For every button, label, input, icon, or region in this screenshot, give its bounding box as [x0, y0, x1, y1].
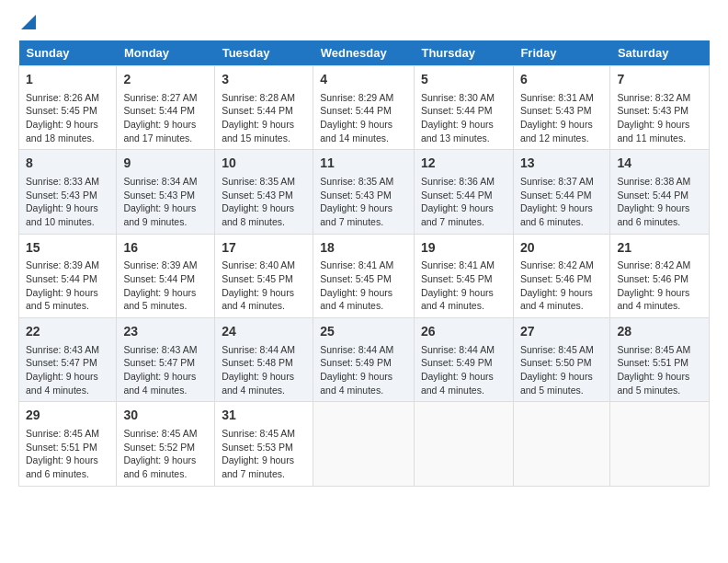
calendar-cell: 2Sunrise: 8:27 AM Sunset: 5:44 PM Daylig…: [117, 66, 215, 150]
day-number: 21: [617, 239, 702, 258]
calendar-header-sunday: Sunday: [19, 40, 117, 66]
calendar-cell: 21Sunrise: 8:42 AM Sunset: 5:46 PM Dayli…: [610, 234, 710, 317]
calendar-cell: 26Sunrise: 8:44 AM Sunset: 5:49 PM Dayli…: [414, 318, 513, 402]
calendar-header-tuesday: Tuesday: [215, 40, 313, 66]
calendar-cell: 28Sunrise: 8:45 AM Sunset: 5:51 PM Dayli…: [610, 318, 710, 402]
calendar-cell: 13Sunrise: 8:37 AM Sunset: 5:44 PM Dayli…: [513, 150, 610, 234]
calendar-header-saturday: Saturday: [610, 40, 710, 66]
day-number: 31: [222, 407, 306, 425]
day-number: 17: [222, 239, 306, 258]
day-number: 7: [617, 71, 702, 89]
day-number: 13: [520, 155, 604, 173]
calendar-cell: 30Sunrise: 8:45 AM Sunset: 5:52 PM Dayli…: [117, 402, 215, 486]
day-number: 4: [320, 71, 407, 89]
calendar-cell: 31Sunrise: 8:45 AM Sunset: 5:53 PM Dayli…: [215, 402, 313, 486]
calendar-cell: 29Sunrise: 8:45 AM Sunset: 5:51 PM Dayli…: [19, 402, 117, 486]
calendar-cell: 19Sunrise: 8:41 AM Sunset: 5:45 PM Dayli…: [414, 234, 513, 317]
calendar-cell: 11Sunrise: 8:35 AM Sunset: 5:43 PM Dayli…: [313, 150, 415, 234]
calendar-cell: 8Sunrise: 8:33 AM Sunset: 5:43 PM Daylig…: [19, 150, 117, 234]
calendar-cell: 25Sunrise: 8:44 AM Sunset: 5:49 PM Dayli…: [313, 318, 415, 402]
day-number: 2: [123, 71, 208, 89]
day-number: 28: [617, 323, 702, 341]
calendar-header-row: SundayMondayTuesdayWednesdayThursdayFrid…: [19, 40, 710, 66]
calendar-cell: [414, 402, 513, 486]
calendar-week-row: 15Sunrise: 8:39 AM Sunset: 5:44 PM Dayli…: [19, 234, 710, 317]
calendar-cell: 18Sunrise: 8:41 AM Sunset: 5:45 PM Dayli…: [313, 234, 415, 317]
calendar-cell: 20Sunrise: 8:42 AM Sunset: 5:46 PM Dayli…: [513, 234, 610, 317]
calendar-cell: 24Sunrise: 8:44 AM Sunset: 5:48 PM Dayli…: [215, 318, 313, 402]
calendar-cell: 23Sunrise: 8:43 AM Sunset: 5:47 PM Dayli…: [117, 318, 215, 402]
calendar-cell: 6Sunrise: 8:31 AM Sunset: 5:43 PM Daylig…: [513, 66, 610, 150]
calendar-cell: [313, 402, 415, 486]
logo-triangle-icon: [21, 15, 36, 29]
day-number: 30: [123, 407, 208, 425]
day-number: 6: [520, 71, 604, 89]
calendar-header-wednesday: Wednesday: [313, 40, 415, 66]
calendar-week-row: 29Sunrise: 8:45 AM Sunset: 5:51 PM Dayli…: [19, 402, 710, 486]
day-number: 14: [617, 155, 702, 173]
calendar-cell: 22Sunrise: 8:43 AM Sunset: 5:47 PM Dayli…: [19, 318, 117, 402]
day-number: 10: [222, 155, 306, 173]
day-number: 29: [26, 407, 109, 425]
day-number: 15: [26, 239, 109, 258]
day-number: 9: [123, 155, 208, 173]
calendar-table: SundayMondayTuesdayWednesdayThursdayFrid…: [18, 40, 710, 487]
calendar-cell: 9Sunrise: 8:34 AM Sunset: 5:43 PM Daylig…: [117, 150, 215, 234]
calendar-week-row: 22Sunrise: 8:43 AM Sunset: 5:47 PM Dayli…: [19, 318, 710, 402]
calendar-cell: 17Sunrise: 8:40 AM Sunset: 5:45 PM Dayli…: [215, 234, 313, 317]
calendar-cell: [513, 402, 610, 486]
calendar-cell: 12Sunrise: 8:36 AM Sunset: 5:44 PM Dayli…: [414, 150, 513, 234]
day-number: 22: [26, 323, 109, 341]
calendar-week-row: 1Sunrise: 8:26 AM Sunset: 5:45 PM Daylig…: [19, 66, 710, 150]
calendar-header-thursday: Thursday: [414, 40, 513, 66]
day-number: 1: [26, 71, 109, 89]
calendar-cell: 4Sunrise: 8:29 AM Sunset: 5:44 PM Daylig…: [313, 66, 415, 150]
day-number: 27: [520, 323, 604, 341]
day-number: 12: [421, 155, 506, 173]
calendar-cell: [610, 402, 710, 486]
svg-marker-0: [21, 15, 36, 29]
calendar-cell: 7Sunrise: 8:32 AM Sunset: 5:43 PM Daylig…: [610, 66, 710, 150]
day-number: 26: [421, 323, 506, 341]
calendar-header-monday: Monday: [117, 40, 215, 66]
calendar-body: 1Sunrise: 8:26 AM Sunset: 5:45 PM Daylig…: [19, 66, 710, 487]
calendar-cell: 27Sunrise: 8:45 AM Sunset: 5:50 PM Dayli…: [513, 318, 610, 402]
day-number: 18: [320, 239, 407, 258]
calendar-cell: 16Sunrise: 8:39 AM Sunset: 5:44 PM Dayli…: [117, 234, 215, 317]
page-header: [18, 15, 710, 33]
calendar-cell: 15Sunrise: 8:39 AM Sunset: 5:44 PM Dayli…: [19, 234, 117, 317]
day-number: 11: [320, 155, 407, 173]
day-number: 5: [421, 71, 506, 89]
day-number: 25: [320, 323, 407, 341]
day-number: 23: [123, 323, 208, 341]
calendar-header-friday: Friday: [513, 40, 610, 66]
calendar-cell: 14Sunrise: 8:38 AM Sunset: 5:44 PM Dayli…: [610, 150, 710, 234]
day-number: 3: [222, 71, 306, 89]
logo: [18, 15, 36, 33]
calendar-cell: 1Sunrise: 8:26 AM Sunset: 5:45 PM Daylig…: [19, 66, 117, 150]
day-number: 24: [222, 323, 306, 341]
day-number: 19: [421, 239, 506, 258]
day-number: 20: [520, 239, 604, 258]
calendar-week-row: 8Sunrise: 8:33 AM Sunset: 5:43 PM Daylig…: [19, 150, 710, 234]
calendar-cell: 5Sunrise: 8:30 AM Sunset: 5:44 PM Daylig…: [414, 66, 513, 150]
day-number: 8: [26, 155, 109, 173]
calendar-cell: 3Sunrise: 8:28 AM Sunset: 5:44 PM Daylig…: [215, 66, 313, 150]
day-number: 16: [123, 239, 208, 258]
calendar-cell: 10Sunrise: 8:35 AM Sunset: 5:43 PM Dayli…: [215, 150, 313, 234]
